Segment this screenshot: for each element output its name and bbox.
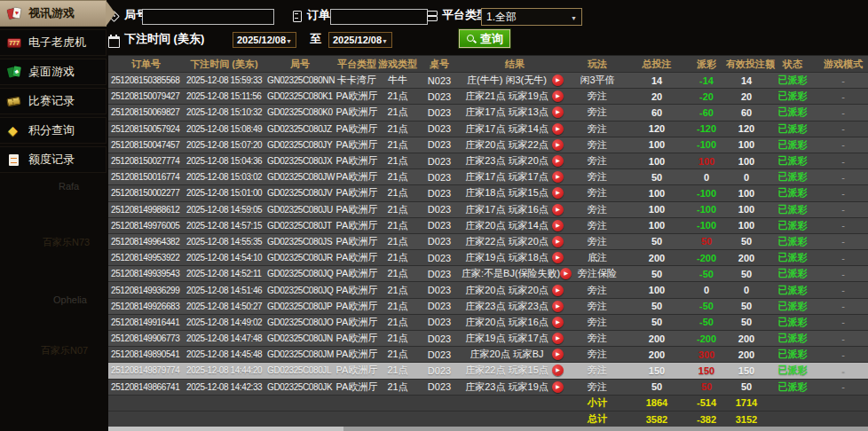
table-row[interactable]: 2512081499886122025-12-08 14:59:05GD0232… (108, 202, 868, 218)
play-video-button[interactable] (560, 268, 572, 279)
cell-bet-time: 2025-12-08 14:52:11 (184, 269, 264, 278)
cell-play: 旁注 (568, 235, 627, 248)
cell-table-no: D023 (417, 285, 462, 295)
table-row[interactable]: 2512081498667412025-12-08 14:42:33GD0232… (108, 380, 868, 396)
cell-order-no: 251208149926683 (108, 302, 184, 311)
table-row[interactable]: 2512081500167742025-12-08 15:03:02GD0232… (108, 169, 868, 185)
table-row[interactable]: 2512081499760052025-12-08 14:57:15GD0232… (108, 218, 868, 234)
slot-777-icon (7, 35, 22, 51)
date-from-picker[interactable]: 2025/12/08 (233, 32, 296, 48)
table-row[interactable]: 2512081499266832025-12-08 14:50:27GD0232… (108, 299, 868, 315)
result-text: 庄家23点 玩家23点 (462, 300, 552, 313)
cell-bet-time: 2025-12-08 15:08:49 (184, 124, 264, 134)
play-video-button[interactable] (552, 155, 564, 167)
table-row[interactable]: 2512081498905412025-12-08 14:45:48GD0232… (108, 347, 868, 363)
cell-platform: PA欧洲厅 (335, 235, 378, 248)
table-row[interactable]: 2512081499539222025-12-08 14:54:10GD0232… (108, 250, 868, 266)
play-video-button[interactable] (552, 285, 564, 296)
play-video-button[interactable] (552, 349, 564, 360)
cell-order-no: 251208149988612 (108, 205, 184, 215)
play-video-button[interactable] (552, 317, 564, 328)
search-icon (466, 34, 477, 44)
cell-table-no: D023 (417, 188, 462, 199)
column-header: 结果 (462, 58, 568, 71)
cell-play: 旁注 (568, 186, 627, 200)
cell-table-no: D023 (417, 139, 462, 150)
cell-play: 旁注 (568, 90, 627, 103)
play-video-button[interactable] (552, 220, 564, 231)
cell-bet-time: 2025-12-08 14:50:27 (184, 302, 264, 311)
cell-total-bet: 120 (627, 123, 687, 134)
play-video-button[interactable] (552, 204, 564, 216)
cell-game-mode: - (818, 91, 868, 102)
table-row[interactable]: 2512081499164412025-12-08 14:49:02GD0232… (108, 315, 868, 331)
play-video-button[interactable] (552, 187, 564, 199)
table-row[interactable]: 2512081500698272025-12-08 15:10:32GD0232… (108, 105, 868, 121)
play-video-button[interactable] (552, 364, 564, 376)
cell-bet-time: 2025-12-08 15:59:33 (184, 75, 264, 85)
table-row[interactable]: 2512081499067732025-12-08 14:47:48GD0232… (108, 331, 868, 347)
cell-status: 已派彩 (767, 380, 818, 394)
cell-play: 旁注 (568, 332, 627, 345)
cell-platform: PA欧洲厅 (335, 122, 378, 136)
cell-platform: PA欧洲厅 (335, 300, 378, 313)
play-video-button[interactable] (552, 106, 564, 118)
platform-type-select[interactable]: 1.全部 (481, 8, 582, 26)
play-video-button[interactable] (552, 123, 564, 135)
sidebar-item-quota-document[interactable]: 额度记录 (0, 146, 107, 173)
scrollbar-thumb[interactable] (108, 427, 343, 431)
cell-game-mode: - (818, 188, 868, 199)
play-video-button[interactable] (552, 74, 564, 86)
table-row[interactable]: 2512081499643822025-12-08 14:55:35GD0232… (108, 234, 868, 250)
table-row[interactable]: 2512081500277742025-12-08 15:04:36GD0232… (108, 153, 868, 169)
table-row[interactable]: 2512081499362992025-12-08 14:51:46GD0232… (108, 282, 868, 298)
date-to-picker[interactable]: 2025/12/08 (328, 32, 392, 48)
play-video-button[interactable] (552, 139, 564, 151)
table-row[interactable]: 2512081500474572025-12-08 15:07:20GD0232… (108, 137, 868, 153)
sidebar-item-points-diamond[interactable]: 积分查询 (0, 117, 107, 144)
table-row[interactable]: 2512081500579242025-12-08 15:08:49GD0232… (108, 121, 868, 137)
cell-platform: PA欧洲厅 (335, 332, 378, 345)
cell-status: 已派彩 (767, 284, 818, 297)
sidebar-item-ticket[interactable]: 比赛记录 (0, 88, 107, 114)
cell-result: 庄家19点 玩家18点 (462, 251, 568, 264)
result-text: 庄家17点 玩家16点 (462, 203, 552, 216)
play-video-button[interactable] (552, 90, 564, 102)
cell-order-no: 251208150027774 (108, 156, 184, 166)
sidebar-item-table-games[interactable]: 桌面游戏 (0, 59, 107, 85)
column-header: 下注时间 (美东) (184, 58, 264, 71)
cell-bet-time: 2025-12-08 14:57:15 (184, 221, 264, 231)
sidebar: 视讯游戏电子老虎机桌面游戏比赛记录积分查询额度记录 (0, 0, 107, 176)
play-video-button[interactable] (552, 301, 564, 312)
result-text: 庄家19点 玩家17点 (462, 332, 552, 345)
cell-status: 已派彩 (767, 138, 818, 152)
play-video-button[interactable] (552, 171, 564, 183)
sidebar-item-slot-777[interactable]: 电子老虎机 (0, 29, 107, 56)
cell-platform: 卡卡湾厅 (335, 74, 378, 87)
cell-valid-bet: 20 (726, 91, 767, 102)
play-video-button[interactable] (552, 333, 564, 344)
cell-game-type: 21点 (378, 348, 417, 361)
result-text: 庄家20点 玩家22点 (462, 138, 552, 152)
result-text: 庄家17点 玩家17点 (462, 170, 552, 184)
cell-play: 旁注 (568, 170, 627, 184)
search-button[interactable]: 查询 (459, 29, 510, 48)
cell-round-no: GD02325C080JR (264, 253, 335, 263)
round-number-input[interactable] (142, 9, 274, 25)
play-video-button[interactable] (552, 252, 564, 263)
table-row[interactable]: 2512081499395432025-12-08 14:52:11GD0232… (108, 266, 868, 282)
table-row[interactable]: 2512081500794272025-12-08 15:11:56GD0232… (108, 89, 868, 105)
cell-platform: PA欧洲厅 (335, 348, 378, 361)
cell-play: 旁注 (568, 219, 627, 232)
cell-game-type: 21点 (378, 284, 417, 297)
horizontal-scrollbar[interactable] (108, 427, 868, 431)
table-row[interactable]: 2512081500022772025-12-08 15:01:00GD0232… (108, 185, 868, 201)
table-row[interactable]: 2512081503855682025-12-08 15:59:33GN0232… (108, 73, 868, 89)
cell-round-no: GD02325C080JW (264, 172, 335, 182)
play-video-button[interactable] (552, 381, 564, 393)
cell-game-mode: - (818, 333, 868, 344)
order-number-input[interactable] (330, 9, 428, 25)
play-video-button[interactable] (552, 236, 564, 247)
sidebar-item-video-cards[interactable]: 视讯游戏 (0, 0, 107, 27)
table-row[interactable]: 2512081498797742025-12-08 14:44:20GD0232… (108, 363, 868, 379)
